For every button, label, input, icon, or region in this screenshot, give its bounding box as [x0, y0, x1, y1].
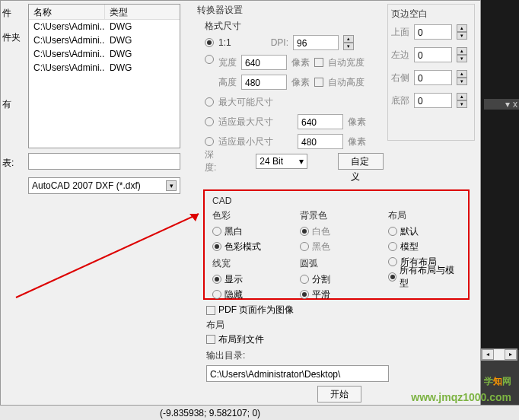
cad-title: CAD — [212, 196, 460, 206]
height-input[interactable]: 480 — [241, 75, 287, 90]
dpi-spinner[interactable]: ▴▾ — [343, 35, 354, 50]
radio-1-1[interactable] — [205, 38, 214, 47]
auto-height-check[interactable] — [314, 78, 323, 87]
fit-max-label: 适应最大尺寸 — [218, 116, 273, 129]
radio-all-layout-model[interactable] — [388, 272, 397, 282]
radio-fit-max[interactable] — [205, 117, 214, 126]
white-label: 白色 — [312, 225, 330, 238]
file-list-header: 名称 类型 — [29, 5, 180, 20]
depth-label: 深度: — [205, 148, 220, 174]
margin-left-input[interactable]: 0 — [414, 47, 452, 62]
start-button[interactable]: 开始 — [317, 386, 361, 402]
converter-settings: 转换器设置 格式尺寸 1:1 DPI: 96 ▴▾ 宽度 640 像素 自动宽度 — [197, 4, 384, 171]
label-fragment: 件夹 — [2, 31, 21, 44]
width-label: 宽度 — [218, 56, 237, 69]
color-label: 色彩模式 — [224, 240, 261, 253]
fit-min-label: 适应最小尺寸 — [218, 135, 273, 148]
output-title: 输出目录: — [206, 349, 389, 362]
margin-left-label: 左边 — [391, 49, 409, 62]
file-row[interactable]: C:\Users\Admini...DWG — [29, 61, 180, 75]
status-bar: (-9.835938; 9.582107; 0) — [0, 405, 519, 420]
radio-size[interactable] — [205, 55, 214, 64]
px-label: 像素 — [291, 76, 310, 89]
hide-label: 隐藏 — [224, 288, 243, 301]
radio-split[interactable] — [300, 275, 309, 284]
margin-bottom-input[interactable]: 0 — [414, 93, 452, 108]
radio-fit-min[interactable] — [205, 137, 214, 146]
spinner[interactable]: ▴▾ — [457, 24, 467, 40]
format-size-label: 格式尺寸 — [205, 20, 384, 33]
spinner[interactable]: ▴▾ — [457, 93, 467, 108]
radio-show[interactable] — [212, 275, 221, 284]
scroll-left-icon[interactable]: ◂ — [482, 349, 494, 360]
max-possible-label: 最大可能尺寸 — [218, 96, 273, 109]
output-section: 输出目录: C:\Users\Administrator\Desktop\ — [206, 349, 389, 382]
list-dropdown[interactable] — [28, 153, 180, 170]
radio-max-possible[interactable] — [205, 97, 214, 107]
auto-height-label: 自动高度 — [328, 76, 365, 89]
output-path-input[interactable]: C:\Users\Administrator\Desktop\ — [206, 365, 389, 382]
label-list: 表: — [2, 157, 14, 170]
chevron-down-icon[interactable]: ▾ — [166, 180, 177, 191]
format-dropdown[interactable]: AutoCAD 2007 DXF (*.dxf) ▾ — [28, 177, 180, 194]
layout-section: 布局 布局到文件 — [206, 319, 264, 347]
bg-title: 背景色 — [300, 209, 372, 222]
cad-group: CAD 色彩 黑白 色彩模式 线宽 显示 隐藏 背景色 白色 黑色 圆弧 分割 … — [203, 189, 470, 300]
fit-max-input[interactable]: 640 — [298, 114, 343, 129]
auto-width-label: 自动宽度 — [328, 56, 365, 69]
margin-right-input[interactable]: 0 — [414, 70, 452, 85]
radio-default[interactable] — [388, 227, 397, 236]
margins-title: 页边空白 — [391, 8, 471, 21]
background-app — [481, 0, 519, 350]
file-row[interactable]: C:\Users\Admini...DWG — [29, 33, 180, 47]
fit-min-input[interactable]: 480 — [298, 134, 343, 149]
radio-bw[interactable] — [212, 227, 221, 236]
radio-model[interactable] — [388, 242, 397, 251]
radio-hide[interactable] — [212, 290, 221, 299]
pdf-image-check[interactable] — [206, 306, 215, 315]
dpi-label: DPI: — [271, 37, 288, 48]
converter-dialog: 件 件夹 有 表: 名称 类型 C:\Users\Admini...DWG C:… — [0, 0, 481, 418]
width-input[interactable]: 640 — [241, 55, 287, 70]
layout-to-file-label: 布局到文件 — [218, 333, 264, 346]
radio-all-layout[interactable] — [388, 257, 397, 266]
auto-width-check[interactable] — [314, 58, 323, 67]
radio-color[interactable] — [212, 242, 221, 251]
bw-label: 黑白 — [224, 225, 243, 238]
radio-smooth[interactable] — [300, 290, 309, 299]
radio-white[interactable] — [300, 227, 309, 236]
custom-button[interactable]: 自定义 — [338, 153, 384, 170]
scroll-right-icon[interactable]: ▸ — [505, 349, 517, 360]
all-layout-model-label: 所有布局与模型 — [400, 264, 460, 290]
model-label: 模型 — [400, 240, 419, 253]
col-type[interactable]: 类型 — [105, 5, 174, 19]
depth-dropdown[interactable]: 24 Bit ▾ — [256, 154, 307, 169]
show-label: 显示 — [224, 273, 243, 286]
arc-title: 圆弧 — [300, 257, 372, 270]
ratio-label: 1:1 — [218, 37, 231, 48]
margin-top-input[interactable]: 0 — [414, 24, 452, 40]
margin-bottom-label: 底部 — [391, 94, 409, 107]
px-label: 像素 — [291, 56, 310, 69]
scroll-track[interactable] — [494, 349, 505, 360]
spinner[interactable]: ▴▾ — [457, 70, 467, 85]
format-value: AutoCAD 2007 DXF (*.dxf) — [32, 180, 141, 191]
close-icon[interactable]: x — [513, 99, 517, 110]
file-row[interactable]: C:\Users\Admini...DWG — [29, 20, 180, 33]
lineweight-title: 线宽 — [212, 257, 285, 270]
radio-black[interactable] — [300, 242, 309, 251]
layout-to-file-check[interactable] — [206, 335, 215, 344]
spinner[interactable]: ▴▾ — [457, 47, 467, 62]
dpi-input[interactable]: 96 — [293, 35, 339, 50]
black-label: 黑色 — [312, 240, 330, 253]
margin-top-label: 上面 — [391, 26, 409, 39]
px-label: 像素 — [348, 135, 366, 148]
pdf-image-row: PDF 页面作为图像 — [206, 304, 294, 317]
label-fragment: 有 — [2, 98, 11, 111]
minimize-icon[interactable]: ▾ — [505, 99, 510, 110]
file-list[interactable]: 名称 类型 C:\Users\Admini...DWG C:\Users\Adm… — [28, 4, 180, 148]
color-title: 色彩 — [212, 209, 285, 222]
col-name[interactable]: 名称 — [29, 5, 105, 19]
file-row[interactable]: C:\Users\Admini...DWG — [29, 47, 180, 61]
converter-title: 转换器设置 — [197, 4, 384, 17]
